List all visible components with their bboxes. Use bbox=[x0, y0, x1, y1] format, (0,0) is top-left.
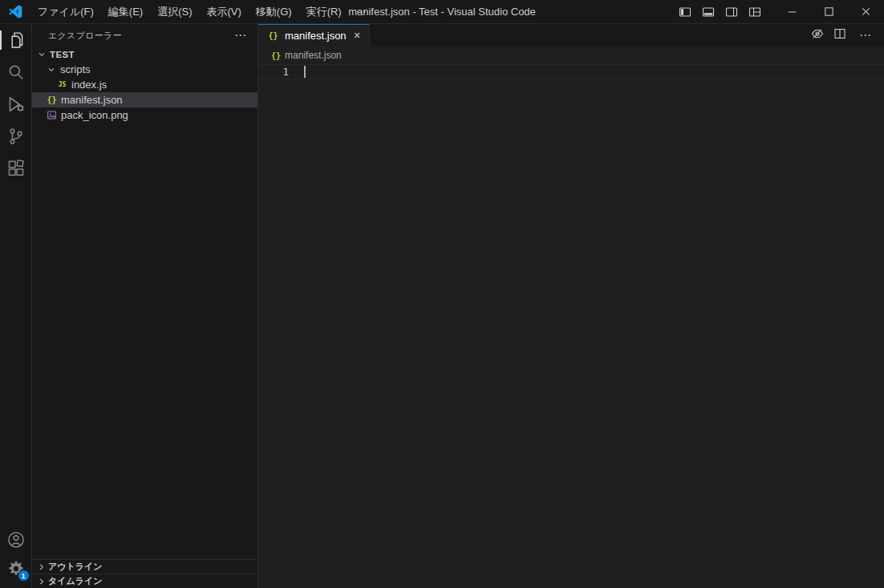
sidebar-sections: アウトライン タイムライン bbox=[32, 559, 257, 588]
tree-root-test[interactable]: TEST bbox=[32, 47, 257, 62]
window-controls bbox=[773, 0, 884, 23]
json-file-icon: {} bbox=[266, 31, 280, 40]
sidebar-header: エクスプローラー ⋯ bbox=[32, 24, 257, 47]
source-control-icon[interactable] bbox=[0, 120, 32, 152]
menu-file[interactable]: ファイル(F) bbox=[30, 0, 101, 23]
js-file-icon: JS bbox=[55, 81, 69, 88]
line-content bbox=[289, 65, 884, 79]
extensions-icon[interactable] bbox=[0, 152, 32, 185]
chevron-right-icon bbox=[35, 561, 48, 574]
layout-controls bbox=[675, 0, 773, 23]
titlebar-right bbox=[675, 0, 884, 23]
breadcrumb[interactable]: {} manifest.json bbox=[258, 47, 884, 64]
activity-bar: 1 bbox=[0, 24, 32, 588]
outline-section-label: アウトライン bbox=[48, 561, 103, 573]
tree-file-index-js[interactable]: JS index.js bbox=[32, 77, 257, 92]
titlebar: ファイル(F) 編集(E) 選択(S) 表示(V) 移動(G) 実行(R) ⋯ … bbox=[0, 0, 884, 24]
editor-group: {} manifest.json ✕ bbox=[258, 24, 884, 588]
editor-content[interactable]: 1 bbox=[258, 64, 884, 588]
editor-more-actions-icon[interactable]: ⋯ bbox=[856, 29, 874, 43]
file-tree: TEST scripts JS index.js {} manifest.jso… bbox=[32, 47, 257, 559]
tab-manifest-json[interactable]: {} manifest.json ✕ bbox=[258, 24, 370, 47]
toggle-panel-icon[interactable] bbox=[698, 3, 719, 21]
folder-label: scripts bbox=[60, 63, 91, 75]
toggle-primary-sidebar-icon[interactable] bbox=[675, 3, 695, 21]
sidebar-title: エクスプローラー bbox=[48, 30, 231, 42]
chevron-down-icon bbox=[35, 48, 48, 61]
timeline-section-label: タイムライン bbox=[48, 575, 103, 587]
menu-selection[interactable]: 選択(S) bbox=[150, 0, 199, 23]
search-icon[interactable] bbox=[0, 56, 32, 88]
split-editor-icon[interactable] bbox=[833, 27, 846, 43]
file-label: manifest.json bbox=[61, 94, 123, 106]
chevron-down-icon bbox=[45, 63, 58, 76]
account-icon[interactable] bbox=[0, 525, 32, 554]
settings-notification-badge: 1 bbox=[18, 570, 30, 582]
menu-edit[interactable]: 編集(E) bbox=[101, 0, 150, 23]
outline-section-header[interactable]: アウトライン bbox=[32, 559, 257, 574]
menu-view[interactable]: 表示(V) bbox=[200, 0, 249, 23]
menu-run[interactable]: 実行(R) bbox=[299, 0, 349, 23]
tab-bar: {} manifest.json ✕ bbox=[258, 24, 884, 47]
json-file-icon: {} bbox=[271, 51, 281, 60]
file-label: index.js bbox=[71, 79, 107, 91]
window-title: manifest.json - Test - Visual Studio Cod… bbox=[348, 0, 536, 23]
editor-actions: ⋯ bbox=[811, 24, 884, 47]
explorer-more-actions-icon[interactable]: ⋯ bbox=[231, 29, 249, 43]
maximize-button[interactable] bbox=[810, 0, 847, 23]
tree-file-manifest-json[interactable]: {} manifest.json bbox=[32, 92, 257, 107]
chevron-right-icon bbox=[35, 575, 48, 588]
explorer-icon[interactable] bbox=[0, 24, 32, 56]
close-window-button[interactable] bbox=[847, 0, 884, 23]
editor-line-1[interactable]: 1 bbox=[258, 64, 884, 79]
tree-root-label: TEST bbox=[50, 50, 75, 59]
tab-label: manifest.json bbox=[285, 30, 347, 42]
toggle-secondary-sidebar-icon[interactable] bbox=[721, 3, 742, 21]
menubar: ファイル(F) 編集(E) 選択(S) 表示(V) 移動(G) 実行(R) ⋯ bbox=[30, 0, 374, 23]
timeline-section-header[interactable]: タイムライン bbox=[32, 574, 257, 588]
run-debug-icon[interactable] bbox=[0, 88, 32, 120]
workbench: 1 エクスプローラー ⋯ TEST scrip bbox=[0, 24, 884, 588]
minimize-button[interactable] bbox=[773, 0, 810, 23]
vscode-window: ファイル(F) 編集(E) 選択(S) 表示(V) 移動(G) 実行(R) ⋯ … bbox=[0, 0, 884, 588]
explorer-sidebar: エクスプローラー ⋯ TEST scripts JS bbox=[32, 24, 258, 588]
tree-folder-scripts[interactable]: scripts bbox=[32, 62, 257, 77]
line-number: 1 bbox=[258, 66, 289, 78]
json-file-icon: {} bbox=[45, 95, 59, 104]
menu-go[interactable]: 移動(G) bbox=[249, 0, 299, 23]
tree-file-pack-icon-png[interactable]: pack_icon.png bbox=[32, 107, 257, 123]
vscode-logo-icon bbox=[0, 0, 30, 23]
file-label: pack_icon.png bbox=[61, 109, 128, 121]
image-file-icon bbox=[45, 110, 59, 120]
settings-gear-icon[interactable]: 1 bbox=[0, 554, 32, 583]
tab-close-icon[interactable]: ✕ bbox=[354, 30, 361, 41]
eye-closed-icon[interactable] bbox=[811, 27, 824, 43]
menu-overflow-icon[interactable]: ⋯ bbox=[349, 0, 374, 23]
customize-layout-icon[interactable] bbox=[744, 3, 765, 21]
breadcrumb-file-label: manifest.json bbox=[285, 50, 342, 61]
text-cursor bbox=[304, 66, 306, 78]
